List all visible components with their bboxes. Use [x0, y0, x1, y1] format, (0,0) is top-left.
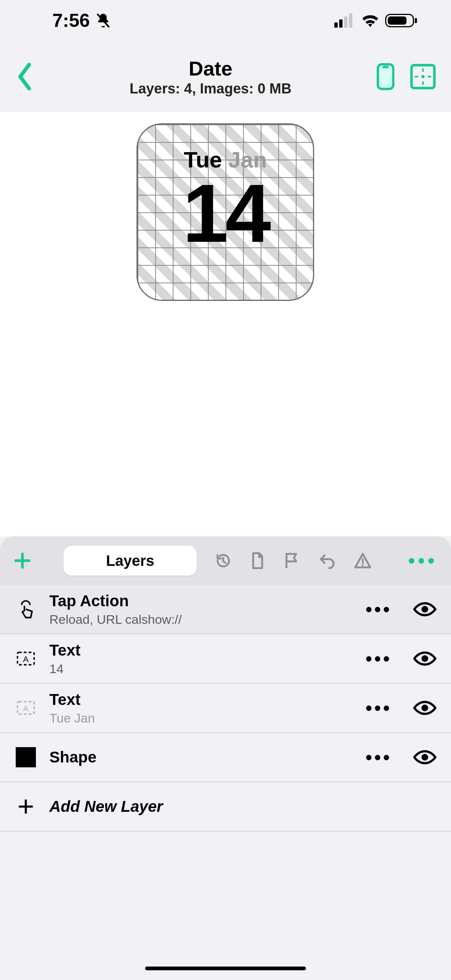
plus-icon	[14, 799, 37, 815]
eye-icon	[413, 749, 437, 766]
history-button[interactable]	[215, 552, 232, 569]
nav-header: Date Layers: 4, Images: 0 MB	[0, 41, 451, 112]
layer-text: Add New Layer	[49, 798, 437, 816]
layer-sub: Reload, URL calshow://	[49, 612, 365, 627]
layer-title: Tap Action	[49, 592, 365, 610]
eye-icon	[413, 699, 437, 716]
add-new-layer-button[interactable]: Add New Layer	[0, 782, 451, 832]
layer-list: Tap Action Reload, URL calshow:// ••• A …	[0, 585, 451, 832]
document-icon	[250, 552, 266, 570]
row-more-button[interactable]: •••	[365, 746, 392, 768]
widget-number: 14	[183, 177, 268, 250]
undo-button[interactable]	[318, 552, 336, 569]
layer-row-tap-action[interactable]: Tap Action Reload, URL calshow:// •••	[0, 585, 451, 634]
undo-icon	[318, 552, 336, 569]
silent-icon	[95, 12, 112, 29]
layer-title: Shape	[49, 748, 365, 766]
svg-rect-13	[415, 76, 418, 77]
page-title: Date	[45, 57, 376, 80]
cellular-icon	[334, 13, 355, 28]
svg-rect-12	[422, 81, 424, 85]
svg-point-17	[421, 606, 428, 612]
layer-text: Text 14	[49, 641, 365, 676]
grid-icon	[410, 64, 436, 90]
row-more-button[interactable]: •••	[365, 697, 392, 719]
home-indicator[interactable]	[145, 967, 306, 970]
grid-button[interactable]	[410, 64, 436, 90]
plus-icon	[13, 552, 32, 570]
layer-title: Text	[49, 691, 365, 709]
device-preview-button[interactable]	[376, 63, 395, 91]
visibility-button[interactable]	[413, 650, 437, 667]
flag-icon	[284, 552, 300, 570]
svg-rect-2	[344, 16, 347, 28]
eye-icon	[413, 601, 437, 618]
svg-rect-14	[421, 76, 425, 77]
status-time: 7:56	[53, 10, 90, 32]
svg-rect-6	[415, 18, 417, 23]
row-more-button[interactable]: •••	[365, 598, 392, 620]
layer-row-shape[interactable]: Shape •••	[0, 733, 451, 782]
history-icon	[215, 552, 232, 569]
document-button[interactable]	[250, 552, 266, 570]
svg-rect-15	[428, 76, 431, 77]
layer-actions: •••	[365, 648, 437, 670]
svg-text:A: A	[23, 654, 29, 664]
page-title-block: Date Layers: 4, Images: 0 MB	[45, 57, 376, 97]
svg-text:A: A	[23, 704, 29, 713]
layer-title: Text	[49, 641, 365, 659]
eye-icon	[413, 650, 437, 667]
warning-button[interactable]	[354, 552, 372, 569]
ellipsis-icon: •••	[408, 550, 438, 571]
layer-text: Shape	[49, 748, 365, 766]
svg-rect-0	[334, 22, 338, 28]
visibility-button[interactable]	[413, 699, 437, 716]
shape-swatch	[14, 747, 37, 767]
svg-point-20	[421, 655, 428, 662]
chevron-left-icon	[15, 62, 34, 92]
wifi-icon	[360, 13, 380, 28]
widget-preview[interactable]: Tue Jan 14	[137, 123, 314, 301]
layer-sub: 14	[49, 662, 365, 676]
svg-point-24	[421, 754, 428, 760]
back-button[interactable]	[15, 62, 45, 92]
battery-icon	[385, 13, 418, 28]
tab-label: Layers	[106, 552, 155, 569]
tab-layers[interactable]: Layers	[64, 546, 197, 576]
textbox-icon: A	[14, 700, 37, 716]
phone-icon	[376, 63, 395, 91]
svg-point-23	[421, 705, 428, 711]
svg-rect-3	[349, 13, 352, 28]
toolbar-more-button[interactable]: •••	[408, 549, 438, 572]
status-bar: 7:56	[0, 0, 451, 41]
svg-point-16	[362, 564, 363, 566]
layer-sub: Tue Jan	[49, 711, 365, 725]
visibility-button[interactable]	[413, 601, 437, 618]
row-more-button[interactable]: •••	[365, 648, 392, 670]
layer-actions: •••	[365, 697, 437, 719]
visibility-button[interactable]	[413, 749, 437, 766]
add-layer-label: Add New Layer	[49, 798, 437, 816]
preview-canvas[interactable]: Tue Jan 14	[0, 112, 451, 536]
add-button[interactable]	[13, 552, 32, 570]
tap-icon	[14, 599, 37, 620]
layer-row-text-1[interactable]: A Text 14 •••	[0, 634, 451, 684]
layer-row-text-2[interactable]: A Text Tue Jan •••	[0, 684, 451, 733]
status-right	[334, 13, 418, 28]
status-left: 7:56	[53, 10, 112, 32]
svg-rect-5	[388, 16, 406, 25]
layers-toolbar: Layers	[0, 536, 451, 585]
warning-icon	[354, 552, 372, 569]
flag-button[interactable]	[284, 552, 300, 570]
nav-actions	[376, 63, 440, 91]
toolbar-icon-row	[215, 552, 372, 570]
textbox-icon: A	[14, 651, 37, 667]
svg-rect-8	[382, 66, 389, 68]
page-subtitle: Layers: 4, Images: 0 MB	[45, 81, 376, 97]
svg-rect-10	[422, 68, 424, 72]
svg-rect-1	[339, 19, 343, 28]
layer-text: Text Tue Jan	[49, 691, 365, 725]
layer-actions: •••	[365, 746, 437, 768]
layer-text: Tap Action Reload, URL calshow://	[49, 592, 365, 627]
layer-actions: •••	[365, 598, 437, 620]
